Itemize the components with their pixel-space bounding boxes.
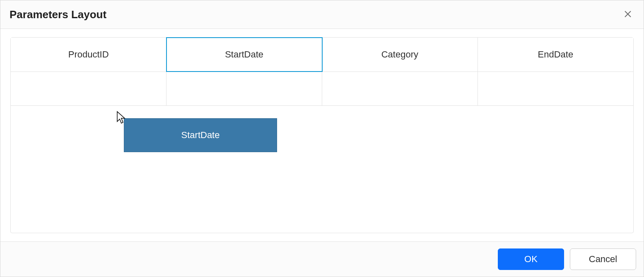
close-icon xyxy=(624,10,632,19)
grid-cell-empty[interactable] xyxy=(11,72,166,105)
grid-cell-empty[interactable] xyxy=(478,72,633,105)
grid-cell-startdate[interactable]: StartDate xyxy=(166,38,322,72)
parameters-layout-dialog: Parameters Layout ProductID StartDate Ca… xyxy=(0,0,644,277)
cell-label: ProductID xyxy=(68,49,109,60)
grid-cell-category[interactable]: Category xyxy=(322,38,478,72)
table-row xyxy=(11,72,633,105)
ok-button[interactable]: OK xyxy=(498,248,564,270)
grid-cell-empty[interactable] xyxy=(166,72,322,105)
dialog-footer: OK Cancel xyxy=(0,241,644,277)
grid-table: ProductID StartDate Category EndDate xyxy=(11,38,633,106)
layout-grid[interactable]: ProductID StartDate Category EndDate xyxy=(10,37,634,233)
cell-label: StartDate xyxy=(225,49,263,60)
cancel-button[interactable]: Cancel xyxy=(570,248,636,270)
dialog-title: Parameters Layout xyxy=(10,8,106,21)
cell-label: Category xyxy=(381,49,418,60)
dialog-body: ProductID StartDate Category EndDate Sta… xyxy=(0,29,644,241)
dialog-header: Parameters Layout xyxy=(0,0,644,29)
close-button[interactable] xyxy=(621,8,634,21)
cell-label: EndDate xyxy=(538,49,574,60)
table-row: ProductID StartDate Category EndDate xyxy=(11,38,633,72)
button-label: OK xyxy=(524,254,538,265)
button-label: Cancel xyxy=(589,254,617,265)
grid-cell-enddate[interactable]: EndDate xyxy=(478,38,633,72)
grid-cell-productid[interactable]: ProductID xyxy=(11,38,166,72)
grid-cell-empty[interactable] xyxy=(322,72,478,105)
